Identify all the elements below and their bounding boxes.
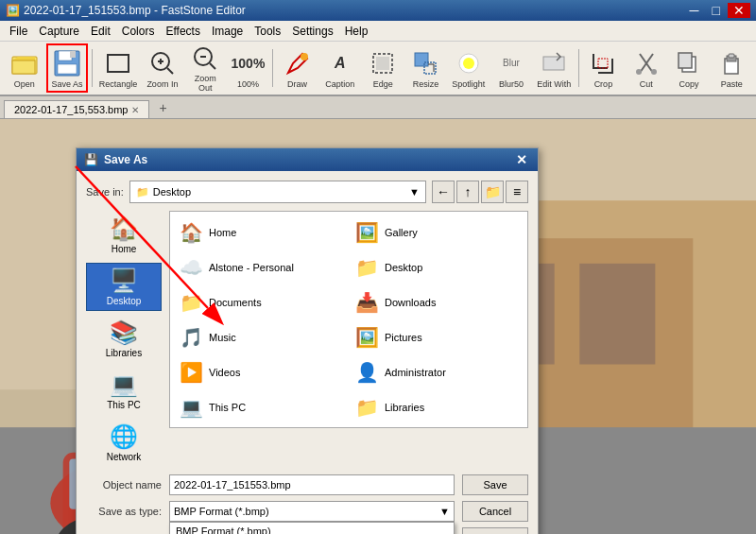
- left-network-label: Network: [107, 452, 142, 462]
- svg-rect-39: [579, 264, 655, 365]
- edit-with-button[interactable]: Edit With: [534, 43, 575, 93]
- file-desktop-name: Desktop: [385, 262, 422, 273]
- menu-colors[interactable]: Colors: [116, 23, 161, 40]
- downloads-icon: 📥: [355, 291, 379, 314]
- save-in-label: Save in:: [86, 186, 124, 198]
- options-button[interactable]: Options...: [462, 527, 528, 534]
- svg-rect-1: [12, 60, 35, 74]
- paste-button[interactable]: Paste: [712, 43, 752, 93]
- left-libraries-label: Libraries: [106, 348, 142, 358]
- blur50-button[interactable]: Blur Blur50: [490, 43, 531, 93]
- title-bar: 🖼️ 2022-01-17_151553.bmp - FastStone Edi…: [0, 0, 756, 21]
- view-button[interactable]: ≡: [506, 181, 528, 203]
- new-tab-button[interactable]: +: [151, 97, 174, 118]
- dropdown-arrow: ▼: [409, 186, 420, 198]
- caption-button[interactable]: A Caption: [319, 43, 360, 93]
- cancel-button[interactable]: Cancel: [462, 501, 528, 522]
- left-home-label: Home: [112, 244, 137, 254]
- documents-icon: 📁: [180, 291, 203, 314]
- save-as-type-label: Save as type:: [86, 506, 162, 517]
- tab-filename: 2022-01-17_15,553.bmp: [14, 104, 128, 115]
- menu-settings[interactable]: Settings: [286, 23, 338, 40]
- videos-icon: ▶️: [180, 361, 203, 384]
- menu-capture[interactable]: Capture: [33, 23, 85, 40]
- draw-button[interactable]: Draw: [277, 43, 318, 93]
- separator2: [272, 49, 273, 87]
- file-alstone-name: Alstone - Personal: [209, 262, 294, 273]
- format-dropdown-button[interactable]: BMP Format (*.bmp) ▼: [169, 501, 455, 522]
- dialog-close-button[interactable]: ✕: [513, 151, 530, 168]
- menu-effects[interactable]: Effects: [160, 23, 205, 40]
- file-administrator[interactable]: 👤 Administrator: [350, 355, 524, 388]
- tab-close[interactable]: ✕: [131, 105, 139, 115]
- object-name-input[interactable]: [169, 474, 455, 495]
- file-home[interactable]: 🏠 Home: [174, 215, 348, 249]
- dialog-content: 🏠 Home 🖥️ Desktop 📚 Libraries 💻 This PC: [86, 211, 528, 467]
- open-button[interactable]: Open: [4, 43, 44, 93]
- left-network[interactable]: 🌐 Network: [86, 419, 162, 467]
- separator3: [578, 49, 579, 87]
- toolbar: Open Save As Rectangle Zoom In Zoom Out …: [0, 42, 756, 96]
- zoom-in-button[interactable]: Zoom In: [142, 43, 182, 93]
- file-alstone[interactable]: ☁️ Alstone - Personal: [174, 250, 348, 284]
- save-as-label: Save As: [52, 79, 83, 89]
- resize-label: Resize: [413, 79, 439, 89]
- left-desktop[interactable]: 🖥️ Desktop: [86, 263, 162, 311]
- save-in-row: Save in: 📁 Desktop ▼ ← ↑ 📁 ≡: [86, 181, 528, 203]
- zoom-out-label: Zoom Out: [188, 74, 223, 93]
- save-button[interactable]: Save: [462, 474, 528, 495]
- close-btn[interactable]: ✕: [728, 3, 750, 18]
- music-icon: 🎵: [180, 326, 203, 349]
- file-desktop[interactable]: 📁 Desktop: [350, 250, 524, 284]
- spotlight-button[interactable]: Spotlight: [448, 43, 489, 93]
- file-documents-name: Documents: [209, 297, 262, 308]
- svg-rect-4: [70, 51, 76, 58]
- back-button[interactable]: ←: [432, 181, 455, 203]
- edge-button[interactable]: Edge: [363, 43, 404, 93]
- format-bmp[interactable]: BMP Format (*.bmp): [170, 523, 454, 534]
- file-gallery[interactable]: 🖼️ Gallery: [350, 215, 524, 249]
- left-libraries[interactable]: 📚 Libraries: [86, 315, 162, 363]
- menu-edit[interactable]: Edit: [85, 23, 116, 40]
- menu-bar: File Capture Edit Colors Effects Image T…: [0, 21, 756, 42]
- save-as-button[interactable]: Save As: [46, 43, 88, 93]
- left-this-pc[interactable]: 💻 This PC: [86, 367, 162, 415]
- file-documents[interactable]: 📁 Documents: [174, 285, 348, 319]
- copy-button[interactable]: Copy: [668, 43, 709, 93]
- file-thispc[interactable]: 💻 This PC: [174, 390, 348, 423]
- file-downloads[interactable]: 📥 Downloads: [350, 285, 524, 319]
- zoom-out-button[interactable]: Zoom Out: [185, 43, 226, 93]
- object-name-row: Object name Save: [86, 474, 528, 495]
- main-area: 💾 Save As ✕ Save in: 📁 Desktop ▼ ← ↑ 📁 ≡: [0, 119, 756, 534]
- this-pc-icon: 💻: [110, 371, 138, 398]
- resize-button[interactable]: Resize: [405, 43, 446, 93]
- cloud-icon: ☁️: [180, 256, 203, 279]
- zoom-100-button[interactable]: 100% 100%: [228, 43, 268, 93]
- title-icon: 🖼️: [6, 4, 20, 17]
- save-in-dropdown[interactable]: 📁 Desktop ▼: [129, 181, 426, 203]
- svg-point-28: [651, 69, 657, 75]
- up-button[interactable]: ↑: [456, 181, 479, 203]
- dialog-title-text: Save As: [104, 153, 147, 166]
- menu-file[interactable]: File: [4, 23, 33, 40]
- menu-help[interactable]: Help: [339, 23, 374, 40]
- menu-tools[interactable]: Tools: [249, 23, 286, 40]
- svg-point-27: [636, 69, 642, 75]
- file-pictures[interactable]: 🖼️ Pictures: [350, 320, 524, 353]
- file-libraries[interactable]: 📁 Libraries: [350, 390, 524, 423]
- cut-label: Cut: [640, 79, 653, 89]
- left-home[interactable]: 🏠 Home: [86, 211, 162, 259]
- file-music[interactable]: 🎵 Music: [174, 320, 348, 353]
- home-icon: 🏠: [110, 215, 138, 242]
- new-folder-button[interactable]: 📁: [481, 181, 504, 203]
- file-tab[interactable]: 2022-01-17_15,553.bmp ✕: [4, 100, 149, 118]
- menu-image[interactable]: Image: [206, 23, 249, 40]
- file-videos[interactable]: ▶️ Videos: [174, 355, 348, 388]
- svg-rect-17: [415, 53, 428, 66]
- cut-button[interactable]: Cut: [626, 43, 666, 93]
- maximize-btn[interactable]: □: [707, 3, 726, 18]
- svg-point-22: [463, 58, 474, 69]
- minimize-btn[interactable]: ─: [684, 3, 705, 18]
- rectangle-button[interactable]: Rectangle: [96, 43, 141, 93]
- crop-button[interactable]: Crop: [583, 43, 624, 93]
